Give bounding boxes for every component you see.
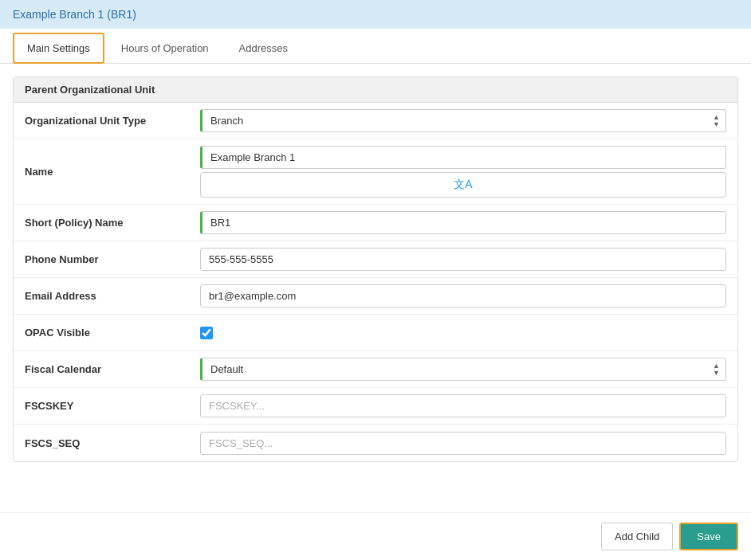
fscskey-input[interactable] [200, 394, 726, 417]
tabs-bar: Main Settings Hours of Operation Address… [0, 32, 751, 64]
fiscal-calendar-select[interactable]: Default [200, 358, 726, 381]
org-unit-type-select[interactable]: Branch [200, 109, 726, 132]
fscskey-label: FSCSKEY [25, 400, 200, 412]
email-address-input[interactable] [200, 284, 726, 307]
fiscal-calendar-row: Fiscal Calendar Default ▲ ▼ [14, 351, 737, 388]
footer-bar: Add Child Save [0, 512, 751, 560]
short-policy-name-input[interactable] [200, 211, 726, 234]
page-header: Example Branch 1 (BR1) [0, 0, 751, 29]
opac-visible-row: OPAC Visible [14, 315, 737, 351]
name-group: 文A [200, 146, 726, 198]
fscskey-row: FSCSKEY [14, 388, 737, 425]
name-input[interactable] [200, 146, 726, 169]
fscs-seq-input[interactable] [200, 432, 726, 455]
save-button[interactable]: Save [679, 523, 738, 550]
translate-button[interactable]: 文A [200, 172, 726, 198]
tab-hours-of-operation[interactable]: Hours of Operation [108, 33, 222, 63]
tab-main-settings[interactable]: Main Settings [13, 33, 104, 64]
page-title: Example Branch 1 (BR1) [13, 8, 136, 21]
tab-addresses[interactable]: Addresses [226, 33, 301, 63]
org-unit-type-label: Organizational Unit Type [25, 115, 200, 127]
email-address-label: Email Address [25, 290, 200, 302]
add-child-button[interactable]: Add Child [601, 523, 673, 550]
short-policy-name-field [200, 211, 726, 234]
opac-visible-field [200, 327, 726, 339]
opac-visible-label: OPAC Visible [25, 327, 200, 339]
org-unit-type-field: Branch ▲ ▼ [200, 109, 726, 132]
name-field: 文A [200, 146, 726, 198]
phone-number-field [200, 248, 726, 271]
org-unit-type-select-wrapper: Branch ▲ ▼ [200, 109, 726, 132]
org-unit-type-row: Organizational Unit Type Branch ▲ ▼ [14, 103, 737, 139]
content-area: Parent Organizational Unit Organizationa… [0, 64, 751, 512]
phone-number-input[interactable] [200, 248, 726, 271]
opac-visible-checkbox-wrapper [200, 327, 213, 339]
page-wrapper: Example Branch 1 (BR1) Main Settings Hou… [0, 0, 751, 560]
fiscal-calendar-select-wrapper: Default ▲ ▼ [200, 358, 726, 381]
short-policy-name-row: Short (Policy) Name [14, 205, 737, 241]
name-row: Name 文A [14, 139, 737, 205]
fscskey-field [200, 394, 726, 417]
name-label: Name [25, 166, 200, 178]
fscs-seq-row: FSCS_SEQ [14, 425, 737, 461]
phone-number-row: Phone Number [14, 241, 737, 278]
phone-number-label: Phone Number [25, 253, 200, 265]
email-address-row: Email Address [14, 278, 737, 315]
fscs-seq-label: FSCS_SEQ [25, 437, 200, 449]
form-section: Parent Organizational Unit Organizationa… [13, 76, 738, 462]
fiscal-calendar-field: Default ▲ ▼ [200, 358, 726, 381]
email-address-field [200, 284, 726, 307]
fscs-seq-field [200, 432, 726, 455]
opac-visible-checkbox[interactable] [200, 327, 213, 339]
short-policy-name-label: Short (Policy) Name [25, 217, 200, 229]
section-header: Parent Organizational Unit [14, 77, 737, 103]
fiscal-calendar-label: Fiscal Calendar [25, 363, 200, 375]
